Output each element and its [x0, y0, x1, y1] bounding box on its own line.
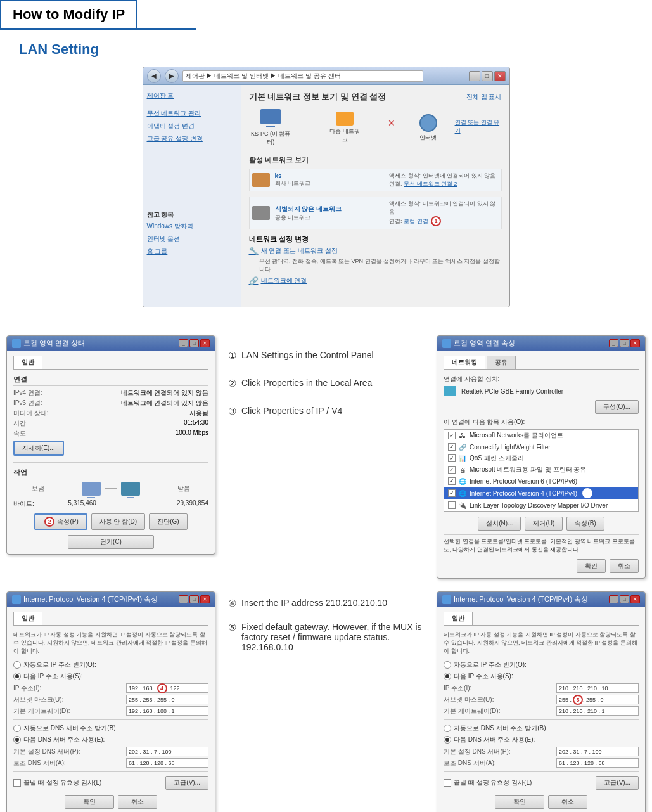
radio-manual-ip-dot[interactable]	[13, 673, 21, 680]
connection-info-link[interactable]: 연결 또는 연결 유기	[455, 119, 502, 135]
radio-manual-ip2[interactable]: 다음 IP 주소 사용(S):	[444, 672, 639, 681]
full-map-link[interactable]: 전체 맵 표시	[466, 93, 502, 101]
net1-icon	[252, 173, 270, 187]
validate-checkbox2[interactable]	[444, 779, 451, 787]
tab-networking[interactable]: 네트워킹	[444, 356, 485, 369]
subnet-input2[interactable]: 255 . 5 . 255 . 0	[556, 695, 639, 704]
detail-button[interactable]: 자세히(E)...	[13, 441, 64, 456]
maximize-btn3[interactable]: □	[189, 595, 199, 603]
maximize-btn2[interactable]: □	[620, 339, 629, 347]
validate-checkbox[interactable]	[13, 779, 21, 787]
subnet-input[interactable]: 255 . 255 . 255 . 0	[126, 695, 208, 704]
checkbox-lldp[interactable]	[448, 501, 456, 509]
cancel-button[interactable]: 취소	[610, 559, 639, 573]
net2-type: 공용 네트워크	[275, 214, 385, 222]
radio-manual-dns-dot[interactable]	[13, 736, 21, 744]
ipv4-left-titlebar: Internet Protocol Version 4 (TCP/IPv4) 속…	[7, 592, 215, 607]
settings-link2[interactable]: 🔗 네트워크에 연결	[249, 276, 502, 285]
address-bar[interactable]: 제어판 ▶ 네트워크 및 인터넷 ▶ 네트워크 및 공유 센터	[182, 70, 423, 82]
net2-name[interactable]: 식별되지 않은 네트워크	[275, 205, 385, 214]
divider4	[444, 771, 639, 772]
gateway-input[interactable]: 192 . 168 . 188 . 1	[126, 706, 208, 716]
lac-status-content: 일반 연결 IPv4 연결: 네트워크에 연결되어 있지 않음 IPv6 연결:…	[7, 351, 215, 554]
diagnose-button[interactable]: 진단(G)	[149, 513, 187, 530]
settings-link1[interactable]: 🔧 새 연결 또는 네트워크 설정	[249, 247, 502, 255]
checkbox-ms-networks[interactable]	[448, 432, 456, 439]
radio-auto-dns-dot[interactable]	[13, 725, 21, 732]
lan-setting-heading: LAN Setting	[19, 41, 652, 58]
checkbox-ipv4[interactable]	[448, 489, 456, 497]
close-btn2[interactable]: ✕	[630, 339, 640, 347]
nav-forward-btn[interactable]: ▶	[165, 69, 179, 83]
preferred-dns-input2[interactable]: 202 . 31 . 7 . 100	[556, 747, 639, 756]
alternate-dns-input[interactable]: 61 . 128 . 128 . 68	[126, 758, 208, 768]
install-button[interactable]: 설치(N)...	[478, 517, 521, 531]
tab-general[interactable]: 일반	[13, 356, 42, 369]
radio-auto-ip-dot[interactable]	[13, 661, 21, 669]
properties-button[interactable]: 2 속성(P)	[34, 513, 87, 530]
radio-auto-dns2-dot[interactable]	[444, 725, 451, 732]
preferred-dns-input[interactable]: 202 . 31 . 7 . 100	[126, 747, 208, 756]
properties-button2[interactable]: 속성(B)	[566, 517, 604, 531]
ip-address-input2[interactable]: 210 . 210 . 210 . 10	[556, 683, 639, 693]
step5-text: Fixed default gateway. However, if the M…	[241, 622, 424, 652]
close-btn[interactable]: ✕	[200, 339, 210, 347]
configure-button[interactable]: 구성(O)...	[595, 400, 639, 414]
disable-button[interactable]: 사용 안 함(D)	[91, 513, 145, 530]
sidebar-firewall[interactable]: Windows 방화벽	[147, 222, 237, 231]
radio-manual-dns2-dot[interactable]	[444, 736, 451, 744]
close-btn4[interactable]: ✕	[630, 595, 640, 603]
step-4: ④ Insert the IP address 210.210.210.10	[228, 598, 424, 609]
minimize-btn3[interactable]: _	[179, 595, 188, 603]
radio-manual-ip[interactable]: 다음 IP 주소 사용(S):	[13, 672, 208, 681]
ipv4-right-ok-button[interactable]: 확인	[495, 795, 544, 809]
radio-auto-dns2[interactable]: 자동으로 DNS 서버 주소 받기(B)	[444, 724, 639, 733]
radio-auto-ip2-dot[interactable]	[444, 661, 451, 669]
radio-auto-ip2[interactable]: 자동으로 IP 주소 받기(O):	[444, 661, 639, 669]
sidebar-internet-options[interactable]: 인터넷 옵션	[147, 235, 237, 243]
advanced-button2[interactable]: 고급(V)...	[596, 776, 639, 790]
minimize-btn[interactable]: _	[179, 339, 188, 347]
tab-sharing[interactable]: 공유	[487, 356, 516, 369]
ipv4-cancel-button[interactable]: 취소	[118, 795, 157, 809]
ipv4-right-cancel-button[interactable]: 취소	[548, 795, 587, 809]
sidebar-wireless[interactable]: 무선 네트워크 관리	[147, 109, 237, 118]
ok-button[interactable]: 확인	[577, 559, 606, 573]
lac-props-area: 로컬 영역 연결 속성 _ □ ✕ 네트워킹 공유 연결에 사용할 장치: Re…	[437, 335, 646, 585]
minimize-button[interactable]: _	[469, 71, 480, 81]
sidebar-adapter[interactable]: 어댑터 설정 변경	[147, 122, 237, 131]
maximize-button[interactable]: □	[482, 71, 493, 81]
maximize-btn[interactable]: □	[189, 339, 199, 347]
minimize-btn2[interactable]: _	[609, 339, 618, 347]
item-file-print: 🖨 Microsoft 네트워크용 파일 및 프린터 공유	[444, 464, 638, 475]
sidebar-sharing[interactable]: 고급 공유 설정 변경	[147, 134, 237, 143]
close-button[interactable]: 닫기(C)	[68, 535, 154, 549]
ipv4-tab-general[interactable]: 일반	[13, 612, 42, 625]
checkbox-ipv6[interactable]	[448, 477, 456, 485]
uninstall-button[interactable]: 제거(U)	[525, 517, 563, 531]
alternate-dns-input2[interactable]: 61 . 128 . 128 . 68	[556, 758, 639, 768]
close-button[interactable]: ✕	[494, 71, 506, 81]
nav-back-btn[interactable]: ◀	[147, 69, 161, 83]
maximize-btn4[interactable]: □	[620, 595, 629, 603]
checkbox-file-print[interactable]	[448, 466, 456, 474]
radio-manual-dns[interactable]: 다음 DNS 서버 주소 사용(E):	[13, 735, 208, 744]
advanced-button[interactable]: 고급(V)...	[165, 776, 208, 790]
net1-name[interactable]: ks	[275, 172, 385, 179]
ipv4-ok-button[interactable]: 확인	[65, 795, 114, 809]
radio-auto-dns[interactable]: 자동으로 DNS 서버 주소 받기(B)	[13, 724, 208, 733]
ip-address-input[interactable]: 192 . 168 . 4 . 122	[126, 683, 208, 693]
internet-label: 인터넷	[419, 134, 437, 142]
radio-auto-ip[interactable]: 자동으로 IP 주소 받기(O):	[13, 661, 208, 669]
gateway-input2[interactable]: 210 . 210 . 210 . 1	[556, 706, 639, 716]
checkbox-connectify[interactable]	[448, 443, 456, 451]
radio-manual-dns2[interactable]: 다음 DNS 서버 주소 사용(E):	[444, 735, 639, 744]
ipv4-desc: 네트워크가 IP 자동 설정 기능을 지원하면 IP 설정이 자동으로 할당되도…	[13, 631, 208, 655]
checkbox-qos[interactable]	[448, 454, 456, 462]
close-btn3[interactable]: ✕	[200, 595, 210, 603]
minimize-btn4[interactable]: _	[609, 595, 618, 603]
item-ipv4[interactable]: 🌐 Internet Protocol Version 4 (TCP/IPv4)…	[444, 487, 638, 499]
ipv4-right-tab-general[interactable]: 일반	[444, 612, 473, 625]
sidebar-homegroup[interactable]: 홈 그룹	[147, 247, 237, 256]
radio-manual-ip2-dot[interactable]	[444, 673, 451, 680]
